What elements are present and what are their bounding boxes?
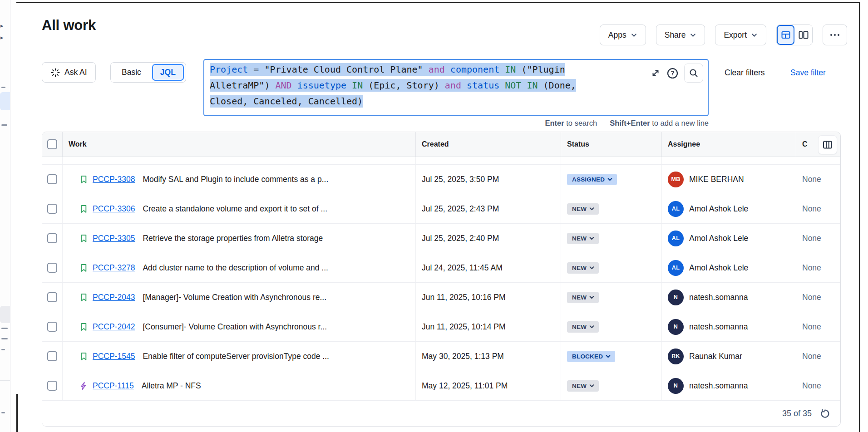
row-checkbox-cell [42,283,63,312]
detail-view-button[interactable] [794,25,812,45]
issue-summary[interactable]: Create a standalone volume and export it… [143,204,327,214]
run-search-button[interactable] [684,64,703,83]
row-checkbox-cell [42,253,63,282]
created-cell: Jun 11, 2025, 10:16 PM [416,283,561,312]
issue-summary[interactable]: Modify SAL and Plugin to include comment… [143,175,328,184]
header-work[interactable]: Work [63,132,416,157]
export-button[interactable]: Export [715,25,766,45]
row-checkbox[interactable] [47,233,57,243]
table-row[interactable]: PCCP-2042 [Consumer]- Volume Creation wi… [42,312,840,342]
row-checkbox[interactable] [47,381,57,391]
view-toggle [776,25,813,45]
refresh-icon[interactable] [819,408,830,419]
status-badge[interactable]: NEW [567,262,599,274]
avatar: AL [668,260,684,276]
clear-filters-button[interactable]: Clear filters [725,68,765,78]
row-checkbox[interactable] [47,204,57,214]
ask-ai-button[interactable]: Ask AI [42,62,96,83]
save-filter-button[interactable]: Save filter [790,68,826,78]
share-button[interactable]: Share [656,25,705,45]
avatar: RK [668,349,684,364]
status-badge[interactable]: NEW [567,380,599,392]
issue-key-link[interactable]: PCCP-3306 [93,204,135,214]
sidebar-selected-item-fragment[interactable] [0,92,10,110]
row-checkbox[interactable] [47,322,57,332]
svg-text:?: ? [671,69,675,77]
chevron-right-icon[interactable]: ▸ [0,34,4,40]
issue-summary[interactable]: Retrieve the storage properties from All… [143,234,323,243]
table-row[interactable]: PCCP-1545 Enable filter of computeServer… [42,342,840,371]
avatar: AL [668,201,684,217]
manage-columns-button[interactable] [818,135,837,154]
issue-summary[interactable]: Add cluster name to the description of v… [143,263,328,273]
header-created[interactable]: Created [416,132,561,157]
table-view-icon [780,29,791,40]
jql-input[interactable]: Project = "Private Cloud Control Plane" … [203,59,709,116]
assignee-name: natesh.somanna [689,381,748,391]
jql-toolbar: ? [650,64,703,83]
assignee-name: Amol Ashok Lele [689,204,748,214]
status-badge[interactable]: BLOCKED [567,351,615,362]
status-badge[interactable]: ASSIGNED [567,174,617,185]
issue-summary[interactable]: Enable filter of computeServer provision… [143,352,329,361]
mode-basic-button[interactable]: Basic [111,68,152,77]
table-row[interactable]: PCCP-3278 Add cluster name to the descri… [42,253,840,283]
comments-cell: None [796,371,840,400]
more-actions-button[interactable] [823,25,847,45]
search-icon [688,68,699,79]
assignee-name: MIKE BERHAN [689,175,744,184]
status-badge[interactable]: NEW [567,203,599,215]
chevron-down-icon [589,383,595,389]
story-icon [79,204,89,214]
table-view-button[interactable] [777,25,794,45]
created-cell: Jul 25, 2025, 2:40 PM [416,224,561,253]
row-checkbox[interactable] [47,351,57,361]
issue-summary[interactable]: [Manager]- Volume Creation with Asynchro… [143,293,326,302]
sidebar-item-fragment [1,124,7,126]
status-cell: NEW [561,194,662,223]
table-row[interactable]: PCCP-2043 [Manager]- Volume Creation wit… [42,283,840,312]
issue-key-link[interactable]: PCCP-2043 [93,293,135,302]
expand-editor-button[interactable] [650,68,661,79]
status-badge[interactable]: NEW [567,292,599,303]
status-badge[interactable]: NEW [567,233,599,244]
jql-query-text: Project = "Private Cloud Control Plane" … [210,62,648,109]
row-checkbox[interactable] [47,174,57,184]
status-cell: NEW [561,371,662,400]
sidebar-hovered-item-fragment[interactable] [0,306,10,323]
row-checkbox[interactable] [47,292,57,302]
header-assignee[interactable]: Assignee [662,132,796,157]
story-icon [79,352,89,361]
issue-key-link[interactable]: PCCP-3308 [93,175,135,184]
issue-key-link[interactable]: PCCP-3278 [93,263,135,273]
row-checkbox-cell [42,342,63,371]
status-badge[interactable]: NEW [567,321,599,333]
row-checkbox[interactable] [47,263,57,273]
assignee-name: natesh.somanna [689,322,748,332]
status-cell: NEW [561,224,662,253]
header-status[interactable]: Status [561,132,662,157]
issue-summary[interactable]: Alletra MP - NFS [142,381,201,391]
mode-jql-button[interactable]: JQL [152,64,184,81]
issue-key-link[interactable]: PCCP-3305 [93,234,135,243]
hint-enter-key: Enter [545,119,564,127]
table-row[interactable]: PCCP-3306 Create a standalone volume and… [42,194,840,224]
work-cell: PCCP-3278 Add cluster name to the descri… [63,253,416,282]
avatar: MB [668,172,684,187]
select-all-checkbox[interactable] [47,139,57,149]
syntax-help-button[interactable]: ? [666,67,679,79]
chevron-right-icon[interactable]: ▸ [0,23,4,29]
chevron-down-icon [589,324,595,330]
issue-key-link[interactable]: PCCP-1545 [93,352,135,361]
chevron-down-icon [607,177,613,182]
issue-key-link[interactable]: PCCP-1115 [93,381,134,391]
apps-button[interactable]: Apps [600,25,646,45]
issue-key-link[interactable]: PCCP-2042 [93,322,135,332]
created-cell: May 12, 2025, 11:01 PM [416,371,561,400]
row-checkbox-cell [42,165,63,194]
table-row[interactable]: PCCP-1115 Alletra MP - NFS May 12, 2025,… [42,371,840,401]
row-count: 35 of 35 [782,409,812,418]
issue-summary[interactable]: [Consumer]- Volume Creation with Asynchr… [143,322,327,332]
table-row[interactable]: PCCP-3308 Modify SAL and Plugin to inclu… [42,165,840,194]
table-row[interactable]: PCCP-3305 Retrieve the storage propertie… [42,224,840,253]
